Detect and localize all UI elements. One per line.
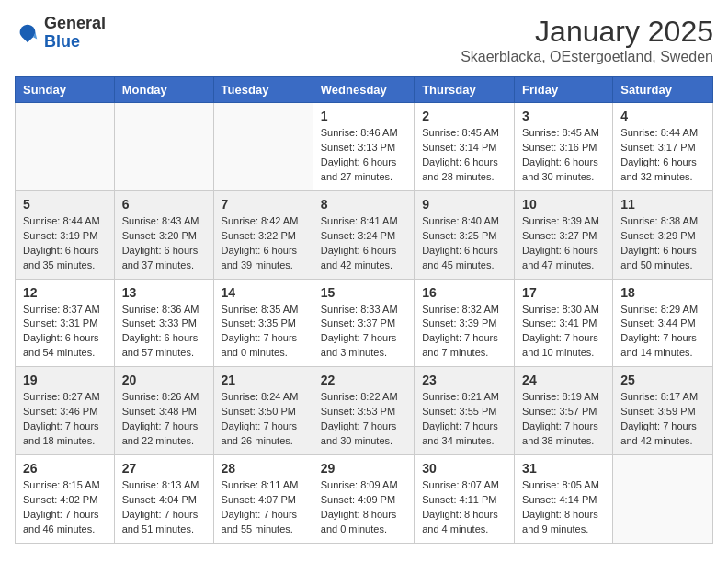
day-info: Sunrise: 8:40 AM Sunset: 3:25 PM Dayligh…: [422, 214, 506, 273]
day-number: 21: [222, 373, 305, 387]
day-number: 3: [522, 109, 605, 123]
day-info: Sunrise: 8:38 AM Sunset: 3:29 PM Dayligh…: [620, 214, 705, 273]
day-number: 2: [422, 109, 506, 123]
logo: General Blue: [15, 15, 106, 52]
day-number: 20: [122, 373, 206, 387]
calendar-week-row: 12Sunrise: 8:37 AM Sunset: 3:31 PM Dayli…: [16, 279, 713, 367]
day-number: 23: [422, 373, 506, 387]
col-header-wednesday: Wednesday: [313, 77, 414, 103]
day-number: 25: [620, 373, 705, 387]
day-info: Sunrise: 8:27 AM Sunset: 3:46 PM Dayligh…: [23, 390, 107, 449]
day-number: 4: [620, 109, 705, 123]
day-info: Sunrise: 8:30 AM Sunset: 3:41 PM Dayligh…: [522, 303, 605, 362]
calendar-day-cell: 23Sunrise: 8:21 AM Sunset: 3:55 PM Dayli…: [415, 367, 515, 455]
day-number: 5: [23, 197, 107, 212]
day-info: Sunrise: 8:13 AM Sunset: 4:04 PM Dayligh…: [122, 478, 206, 537]
day-info: Sunrise: 8:05 AM Sunset: 4:14 PM Dayligh…: [522, 478, 605, 537]
day-number: 17: [522, 285, 605, 300]
calendar-day-cell: 8Sunrise: 8:41 AM Sunset: 3:24 PM Daylig…: [313, 190, 414, 279]
calendar-day-cell: 6Sunrise: 8:43 AM Sunset: 3:20 PM Daylig…: [114, 190, 213, 279]
day-number: 7: [222, 197, 305, 212]
day-info: Sunrise: 8:21 AM Sunset: 3:55 PM Dayligh…: [422, 390, 506, 449]
day-number: 31: [522, 461, 605, 476]
day-info: Sunrise: 8:17 AM Sunset: 3:59 PM Dayligh…: [620, 390, 705, 449]
day-info: Sunrise: 8:22 AM Sunset: 3:53 PM Dayligh…: [321, 390, 406, 449]
day-info: Sunrise: 8:43 AM Sunset: 3:20 PM Dayligh…: [122, 214, 206, 273]
calendar-day-cell: 12Sunrise: 8:37 AM Sunset: 3:31 PM Dayli…: [16, 279, 115, 367]
day-info: Sunrise: 8:39 AM Sunset: 3:27 PM Dayligh…: [522, 214, 605, 273]
calendar-day-cell: 1Sunrise: 8:46 AM Sunset: 3:13 PM Daylig…: [313, 103, 414, 191]
calendar-day-cell: [16, 103, 115, 191]
day-info: Sunrise: 8:09 AM Sunset: 4:09 PM Dayligh…: [321, 478, 406, 537]
day-number: 26: [23, 461, 107, 476]
day-number: 12: [23, 285, 107, 300]
month-title: January 2025: [461, 15, 713, 49]
day-info: Sunrise: 8:44 AM Sunset: 3:17 PM Dayligh…: [620, 126, 705, 185]
calendar-day-cell: 2Sunrise: 8:45 AM Sunset: 3:14 PM Daylig…: [415, 103, 515, 191]
day-number: 14: [222, 285, 305, 300]
calendar-day-cell: 19Sunrise: 8:27 AM Sunset: 3:46 PM Dayli…: [16, 367, 115, 455]
calendar-day-cell: 11Sunrise: 8:38 AM Sunset: 3:29 PM Dayli…: [613, 190, 713, 279]
day-info: Sunrise: 8:19 AM Sunset: 3:57 PM Dayligh…: [522, 390, 605, 449]
day-number: 18: [620, 285, 705, 300]
calendar-day-cell: 5Sunrise: 8:44 AM Sunset: 3:19 PM Daylig…: [16, 190, 115, 279]
calendar-day-cell: 29Sunrise: 8:09 AM Sunset: 4:09 PM Dayli…: [313, 455, 414, 544]
calendar-day-cell: 31Sunrise: 8:05 AM Sunset: 4:14 PM Dayli…: [515, 455, 613, 544]
col-header-saturday: Saturday: [613, 77, 713, 103]
day-info: Sunrise: 8:41 AM Sunset: 3:24 PM Dayligh…: [321, 214, 406, 273]
title-block: January 2025 Skaerblacka, OEstergoetland…: [461, 15, 713, 65]
calendar-week-row: 1Sunrise: 8:46 AM Sunset: 3:13 PM Daylig…: [16, 103, 713, 191]
col-header-friday: Friday: [515, 77, 613, 103]
calendar-day-cell: 30Sunrise: 8:07 AM Sunset: 4:11 PM Dayli…: [415, 455, 515, 544]
day-info: Sunrise: 8:37 AM Sunset: 3:31 PM Dayligh…: [23, 303, 107, 362]
day-info: Sunrise: 8:07 AM Sunset: 4:11 PM Dayligh…: [422, 478, 506, 537]
day-info: Sunrise: 8:26 AM Sunset: 3:48 PM Dayligh…: [122, 390, 206, 449]
col-header-tuesday: Tuesday: [213, 77, 313, 103]
calendar-day-cell: 9Sunrise: 8:40 AM Sunset: 3:25 PM Daylig…: [415, 190, 515, 279]
day-info: Sunrise: 8:45 AM Sunset: 3:14 PM Dayligh…: [422, 126, 506, 185]
calendar-day-cell: 15Sunrise: 8:33 AM Sunset: 3:37 PM Dayli…: [313, 279, 414, 367]
day-info: Sunrise: 8:35 AM Sunset: 3:35 PM Dayligh…: [222, 303, 305, 362]
day-number: 11: [620, 197, 705, 212]
day-info: Sunrise: 8:15 AM Sunset: 4:02 PM Dayligh…: [23, 478, 107, 537]
day-number: 27: [122, 461, 206, 476]
calendar-day-cell: 18Sunrise: 8:29 AM Sunset: 3:44 PM Dayli…: [613, 279, 713, 367]
day-info: Sunrise: 8:44 AM Sunset: 3:19 PM Dayligh…: [23, 214, 107, 273]
day-number: 19: [23, 373, 107, 387]
calendar-day-cell: [613, 455, 713, 544]
calendar-day-cell: 20Sunrise: 8:26 AM Sunset: 3:48 PM Dayli…: [114, 367, 213, 455]
calendar-header-row: SundayMondayTuesdayWednesdayThursdayFrid…: [16, 77, 713, 103]
day-info: Sunrise: 8:11 AM Sunset: 4:07 PM Dayligh…: [222, 478, 305, 537]
day-number: 24: [522, 373, 605, 387]
calendar-week-row: 5Sunrise: 8:44 AM Sunset: 3:19 PM Daylig…: [16, 190, 713, 279]
day-info: Sunrise: 8:29 AM Sunset: 3:44 PM Dayligh…: [620, 303, 705, 362]
calendar-day-cell: 25Sunrise: 8:17 AM Sunset: 3:59 PM Dayli…: [613, 367, 713, 455]
day-number: 28: [222, 461, 305, 476]
calendar-day-cell: 28Sunrise: 8:11 AM Sunset: 4:07 PM Dayli…: [213, 455, 313, 544]
calendar-table: SundayMondayTuesdayWednesdayThursdayFrid…: [15, 76, 713, 544]
calendar-day-cell: 24Sunrise: 8:19 AM Sunset: 3:57 PM Dayli…: [515, 367, 613, 455]
day-info: Sunrise: 8:32 AM Sunset: 3:39 PM Dayligh…: [422, 303, 506, 362]
calendar-day-cell: [213, 103, 313, 191]
col-header-thursday: Thursday: [415, 77, 515, 103]
day-number: 16: [422, 285, 506, 300]
calendar-day-cell: 4Sunrise: 8:44 AM Sunset: 3:17 PM Daylig…: [613, 103, 713, 191]
day-info: Sunrise: 8:45 AM Sunset: 3:16 PM Dayligh…: [522, 126, 605, 185]
col-header-sunday: Sunday: [16, 77, 115, 103]
logo-text: General Blue: [44, 15, 106, 52]
calendar-day-cell: [114, 103, 213, 191]
day-info: Sunrise: 8:36 AM Sunset: 3:33 PM Dayligh…: [122, 303, 206, 362]
calendar-day-cell: 21Sunrise: 8:24 AM Sunset: 3:50 PM Dayli…: [213, 367, 313, 455]
day-number: 29: [321, 461, 406, 476]
calendar-day-cell: 3Sunrise: 8:45 AM Sunset: 3:16 PM Daylig…: [515, 103, 613, 191]
calendar-week-row: 19Sunrise: 8:27 AM Sunset: 3:46 PM Dayli…: [16, 367, 713, 455]
calendar-day-cell: 13Sunrise: 8:36 AM Sunset: 3:33 PM Dayli…: [114, 279, 213, 367]
calendar-day-cell: 22Sunrise: 8:22 AM Sunset: 3:53 PM Dayli…: [313, 367, 414, 455]
calendar-day-cell: 17Sunrise: 8:30 AM Sunset: 3:41 PM Dayli…: [515, 279, 613, 367]
day-number: 8: [321, 197, 406, 212]
day-number: 1: [321, 109, 406, 123]
calendar-day-cell: 27Sunrise: 8:13 AM Sunset: 4:04 PM Dayli…: [114, 455, 213, 544]
day-number: 9: [422, 197, 506, 212]
col-header-monday: Monday: [114, 77, 213, 103]
day-info: Sunrise: 8:46 AM Sunset: 3:13 PM Dayligh…: [321, 126, 406, 185]
